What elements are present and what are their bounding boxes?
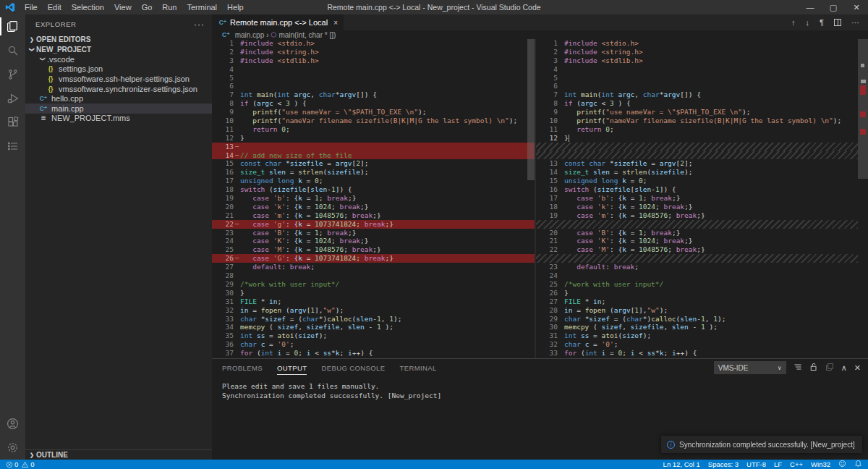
local-code-line-33[interactable]: 33for (int i = 0; i < ss*k; i++) {: [536, 349, 868, 358]
remote-code-line-1[interactable]: 1#include <stdio.h>: [212, 39, 535, 48]
local-code-line-26[interactable]: 26}: [536, 289, 868, 297]
remote-code-line-13[interactable]: 13—: [212, 143, 535, 151]
remote-code-line-36[interactable]: 36char c = '0';: [212, 340, 535, 349]
local-code-line-17[interactable]: 17 case 'b': {k = 1; break;}: [536, 194, 868, 203]
overview-ruler[interactable]: [858, 39, 868, 358]
remote-code-line-24[interactable]: 24 case 'K': {k = 1024; break;}: [212, 237, 535, 245]
line-number[interactable]: 16: [536, 185, 558, 194]
line-number[interactable]: 9: [536, 108, 558, 117]
local-code-line-6[interactable]: 6: [536, 82, 868, 90]
line-number[interactable]: 7: [212, 90, 234, 99]
menu-file[interactable]: File: [20, 3, 43, 12]
line-number[interactable]: 22: [536, 245, 558, 254]
unlock-icon[interactable]: [809, 363, 818, 373]
line-number[interactable]: 30: [212, 289, 234, 297]
local-code-line-11[interactable]: 11 return 0;: [536, 125, 868, 134]
remote-code-line-4[interactable]: 4: [212, 65, 535, 74]
remote-code-line-28[interactable]: 28: [212, 271, 535, 280]
remote-code-line-16[interactable]: 16size_t slen = strlen(sizefile);: [212, 168, 535, 177]
remote-code-line-22[interactable]: 22— case 'g': {k = 1073741824; break;}: [212, 220, 535, 229]
status-c++[interactable]: C++: [790, 460, 803, 468]
warnings-status[interactable]: 0: [21, 460, 34, 468]
line-number[interactable]: 17: [212, 177, 234, 185]
remote-code-line-14[interactable]: 14—// add new size of the file: [212, 151, 535, 160]
remote-code-line-27[interactable]: 27 default: break;: [212, 263, 535, 271]
line-number[interactable]: 31: [212, 297, 234, 306]
project-section[interactable]: ❯ NEW_PROJECT: [25, 44, 212, 54]
line-number[interactable]: 4: [536, 65, 558, 74]
line-number[interactable]: 2: [536, 48, 558, 56]
line-number[interactable]: 33: [536, 349, 558, 358]
line-number[interactable]: 6: [536, 82, 558, 90]
line-number[interactable]: 12: [536, 134, 558, 143]
notification-toast[interactable]: i Synchronization completed successfully…: [661, 436, 862, 453]
line-number[interactable]: 20: [212, 203, 234, 211]
local-code-line-28[interactable]: 28in = fopen (argv[1],"w");: [536, 306, 868, 315]
errors-status[interactable]: 0: [6, 460, 18, 468]
line-number[interactable]: 13: [536, 159, 558, 168]
local-code-line-15[interactable]: 15unsigned long k = 0;: [536, 177, 868, 185]
remote-code-line-21[interactable]: 21 case 'm': {k = 1048576; break;}: [212, 211, 535, 220]
local-code-line-21[interactable]: 21 case 'K': {k = 1024; break;}: [536, 237, 868, 245]
tree-item-vmssoftware-synchronizer-settings-json[interactable]: {}vmssoftware.synchronizer-settings.json: [25, 84, 212, 94]
tree-item-settings-json[interactable]: {}settings.json: [25, 64, 212, 75]
remote-code-line-30[interactable]: 30}: [212, 289, 535, 297]
local-code-line-9[interactable]: 9 printf("use nameVar = \"$PATH_TO_EXE \…: [536, 108, 868, 117]
remote-code-line-37[interactable]: 37for (int i = 0; i < ss*k; i++) {: [212, 349, 535, 358]
menu-view[interactable]: View: [109, 3, 137, 12]
line-number[interactable]: 32: [212, 306, 234, 315]
line-number[interactable]: 24: [536, 271, 558, 280]
local-code-line-31[interactable]: 31int ss = atoi(sizef);: [536, 331, 868, 340]
line-number[interactable]: 3: [212, 56, 234, 65]
toggle-whitespace-icon[interactable]: ¶: [820, 18, 824, 27]
menu-selection[interactable]: Selection: [67, 3, 109, 12]
line-number[interactable]: 24: [212, 237, 234, 245]
tab-close-icon[interactable]: ×: [333, 19, 338, 27]
previous-change-icon[interactable]: ↑: [791, 18, 796, 27]
line-number[interactable]: 18: [212, 185, 234, 194]
local-code-line-32[interactable]: 32char c = '0';: [536, 340, 868, 349]
line-number[interactable]: 12: [212, 134, 234, 143]
panel-tab-terminal[interactable]: TERMINAL: [400, 361, 437, 375]
remote-code-line-35[interactable]: 35int ss = atoi(sizef);: [212, 331, 535, 340]
line-number[interactable]: 32: [536, 340, 558, 349]
line-number[interactable]: 23: [536, 263, 558, 271]
line-number[interactable]: 18: [536, 203, 558, 211]
local-code-line-30[interactable]: 30memcpy ( sizef, sizefile, slen - 1 );: [536, 323, 868, 331]
line-number[interactable]: 28: [212, 271, 234, 280]
line-number[interactable]: 26: [536, 289, 558, 297]
local-code-line-5[interactable]: 5: [536, 74, 868, 83]
explorer-icon[interactable]: [0, 14, 25, 38]
line-number[interactable]: 27: [212, 263, 234, 271]
panel-tab-debug-console[interactable]: DEBUG CONSOLE: [321, 361, 385, 375]
line-number[interactable]: 4: [212, 65, 234, 74]
line-number[interactable]: 10: [536, 117, 558, 125]
local-code-line-27[interactable]: 27FILE * in;: [536, 297, 868, 306]
close-button[interactable]: ✕: [845, 0, 868, 14]
close-panel-icon[interactable]: ✕: [854, 363, 861, 373]
line-number[interactable]: 16: [212, 168, 234, 177]
line-number[interactable]: 13: [212, 143, 234, 151]
local-code-line-13[interactable]: 13const char *sizefile = argv[2];: [536, 159, 868, 168]
split-editor-icon[interactable]: [834, 19, 841, 26]
clear-output-icon[interactable]: [793, 363, 802, 373]
line-number[interactable]: 9: [212, 108, 234, 117]
line-number[interactable]: 36: [212, 340, 234, 349]
line-number[interactable]: 35: [212, 331, 234, 340]
line-number[interactable]: 31: [536, 331, 558, 340]
line-number[interactable]: 2: [212, 48, 234, 56]
line-number[interactable]: 11: [536, 125, 558, 134]
line-number[interactable]: 8: [536, 99, 558, 108]
line-number[interactable]: 21: [536, 237, 558, 245]
line-number[interactable]: 19: [212, 194, 234, 203]
remote-code-line-34[interactable]: 34memcpy ( sizef, sizefile, slen - 1 );: [212, 323, 535, 331]
line-number[interactable]: 15: [212, 159, 234, 168]
line-number[interactable]: 6: [212, 82, 234, 90]
line-number[interactable]: 37: [212, 349, 234, 358]
status-spaces-3[interactable]: Spaces: 3: [708, 460, 739, 468]
run-debug-icon[interactable]: [0, 86, 25, 110]
local-code-line-29[interactable]: 29char *sizef = (char*)calloc(slen-1, 1)…: [536, 315, 868, 324]
breadcrumb-file[interactable]: main.cpp: [235, 31, 265, 39]
diff-removed-placeholder[interactable]: [536, 254, 868, 263]
remote-code-line-11[interactable]: 11 return 0;: [212, 125, 535, 134]
